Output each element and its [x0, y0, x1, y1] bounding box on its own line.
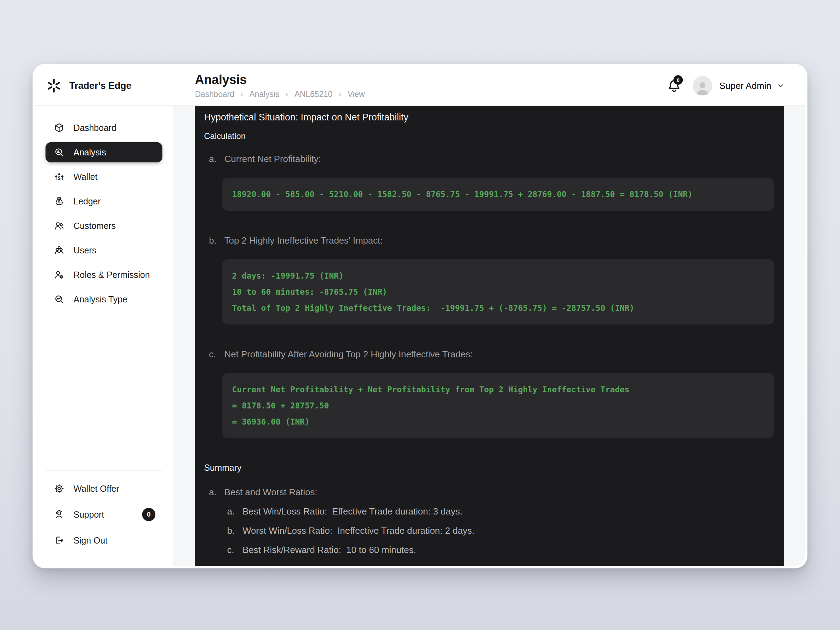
sidebar-item-label: Users [74, 245, 96, 256]
sidebar-item-label: Ledger [74, 196, 101, 207]
sidebar-item-analysis-type[interactable]: Analysis Type [46, 289, 163, 309]
dollar-arrows-icon: $ [54, 172, 65, 182]
list-marker: c. [227, 545, 236, 556]
summary-subitem-c: c. Best Risk/Reward Ratio: 10 to 60 minu… [227, 545, 775, 556]
calc-item-b: b. Top 2 Highly Ineffective Trades' Impa… [209, 235, 775, 246]
sidebar-item-wallet[interactable]: $ Wallet [46, 167, 163, 187]
title-block: Analysis Dashboard Analysis ANL65210 Vie… [195, 73, 365, 99]
code-line: = 8178.50 + 28757.50 [232, 398, 764, 414]
sidebar-footer: Wallet Offer Support 0 [46, 471, 163, 566]
breadcrumb-analysis[interactable]: Analysis [249, 90, 279, 99]
code-line: Total of Top 2 Highly Ineffective Trades… [232, 300, 764, 316]
two-people-icon [54, 221, 65, 231]
app-name: Trader's Edge [69, 81, 132, 92]
calc-item-label: Top 2 Highly Ineffective Trades' Impact: [224, 235, 383, 246]
sidebar-item-customers[interactable]: Customers [46, 216, 163, 236]
sidebar-item-wallet-offer[interactable]: Wallet Offer [46, 478, 163, 499]
three-people-icon [54, 245, 65, 256]
calc-item-label: Net Profitability After Avoiding Top 2 H… [224, 349, 473, 360]
sidebar-item-label: Support [74, 510, 104, 520]
sidebar-item-ledger[interactable]: $ Ledger [46, 191, 163, 212]
notifications-button[interactable]: 0 [667, 78, 681, 93]
magnifier-chart-icon [54, 147, 65, 158]
chevron-right-icon [284, 92, 289, 97]
svg-text:$: $ [58, 176, 60, 181]
list-marker: b. [227, 525, 236, 536]
sidebar-item-label: Wallet Offer [74, 484, 119, 494]
summary-item-a: a. Best and Worst Ratios: [209, 487, 775, 498]
chevron-down-icon[interactable] [776, 82, 785, 90]
sidebar-item-sign-out[interactable]: Sign Out [46, 530, 163, 551]
breadcrumb-record-id[interactable]: ANL65210 [294, 90, 333, 99]
code-block-current-net-profitability: 18920.00 - 585.00 - 5210.00 - 1582.50 - … [222, 178, 774, 211]
chevron-right-icon [239, 92, 245, 97]
sidebar-item-users[interactable]: Users [46, 240, 163, 261]
sidebar: Dashboard Analysis $ Wallet [35, 106, 173, 566]
summary-title: Summary [204, 463, 775, 473]
spark-logo-icon [46, 78, 62, 93]
magnifier-trend-icon [54, 294, 65, 305]
sidebar-item-dashboard[interactable]: Dashboard [46, 118, 163, 138]
calc-item-a: a. Current Net Profitability: [209, 154, 775, 164]
list-marker: a. [209, 154, 218, 164]
code-line: 18920.00 - 585.00 - 5210.00 - 1582.50 - … [232, 186, 764, 202]
code-line: 2 days: -19991.75 (INR) [232, 268, 764, 284]
top-header: Analysis Dashboard Analysis ANL65210 Vie… [173, 66, 805, 106]
code-line: Current Net Profitability + Net Profitab… [232, 382, 764, 398]
headset-icon [54, 509, 65, 520]
calc-item-label: Current Net Profitability: [224, 154, 321, 164]
summary-item-label: Best and Worst Ratios: [224, 487, 317, 498]
gear-icon [54, 483, 65, 494]
summary-subitem-a: a. Best Win/Loss Ratio: Effective Trade … [227, 506, 775, 517]
person-gear-icon [54, 270, 65, 280]
sidebar-item-label: Customers [74, 221, 116, 231]
summary-subitem-text: Best Win/Loss Ratio: Effective Trade dur… [243, 506, 463, 517]
analysis-detail-panel[interactable]: Hypothetical Situation: Impact on Net Pr… [195, 106, 784, 566]
chevron-right-icon [337, 92, 343, 97]
code-line: = 36936.00 (INR) [232, 414, 764, 430]
breadcrumb-view: View [347, 90, 365, 99]
support-badge: 0 [142, 508, 155, 521]
person-silhouette-icon [695, 79, 711, 96]
list-marker: b. [209, 235, 218, 246]
code-block-net-profitability-after-avoiding: Current Net Profitability + Net Profitab… [222, 373, 774, 438]
sidebar-logo: Trader's Edge [35, 66, 173, 106]
list-marker: a. [227, 506, 236, 517]
code-line: 10 to 60 minutes: -8765.75 (INR) [232, 284, 764, 300]
sidebar-item-label: Analysis [74, 147, 106, 158]
summary-subitem-text: Best Risk/Reward Ratio: 10 to 60 minutes… [243, 545, 416, 556]
sidebar-item-label: Dashboard [74, 123, 116, 133]
user-name[interactable]: Super Admin [719, 81, 771, 92]
section-title: Hypothetical Situation: Impact on Net Pr… [204, 112, 775, 123]
svg-text:$: $ [58, 199, 60, 204]
sidebar-item-label: Sign Out [74, 535, 107, 546]
list-marker: a. [209, 487, 218, 498]
breadcrumb-dashboard[interactable]: Dashboard [195, 90, 235, 99]
header-actions: 0 Super Admin [667, 76, 785, 96]
summary-subitem-text: Worst Win/Loss Ratio: Ineffective Trade … [243, 525, 474, 536]
code-block-top2-trades-impact: 2 days: -19991.75 (INR) 10 to 60 minutes… [222, 259, 774, 324]
notification-badge: 0 [673, 75, 683, 85]
sidebar-item-label: Analysis Type [74, 294, 127, 305]
calc-item-c: c. Net Profitability After Avoiding Top … [209, 349, 775, 360]
sidebar-item-analysis[interactable]: Analysis [46, 142, 163, 163]
list-marker: c. [209, 349, 218, 360]
sidebar-item-label: Roles & Permission [74, 270, 150, 280]
main-content: Hypothetical Situation: Impact on Net Pr… [173, 106, 805, 566]
sidebar-item-label: Wallet [74, 172, 98, 182]
page-title: Analysis [195, 73, 365, 87]
money-bag-icon: $ [54, 196, 65, 207]
sidebar-item-support[interactable]: Support 0 [46, 504, 163, 525]
sidebar-item-roles-permission[interactable]: Roles & Permission [46, 265, 163, 285]
calculation-label: Calculation [204, 131, 775, 141]
avatar[interactable] [693, 76, 712, 96]
breadcrumb: Dashboard Analysis ANL65210 View [195, 90, 365, 99]
app-window: Trader's Edge Analysis Dashboard Analysi… [33, 64, 807, 568]
logout-icon [54, 535, 65, 546]
cube-icon [54, 123, 65, 133]
summary-subitem-b: b. Worst Win/Loss Ratio: Ineffective Tra… [227, 525, 775, 536]
